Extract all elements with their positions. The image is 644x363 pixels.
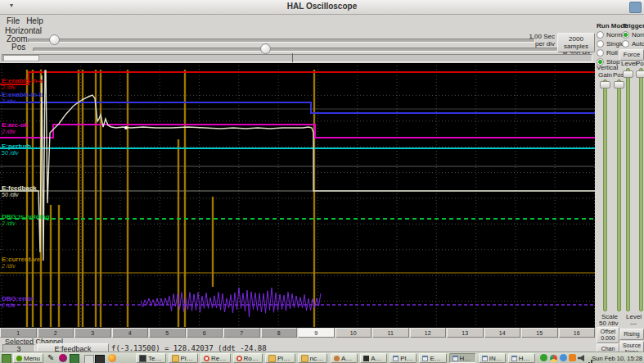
channel-tab-7[interactable]: 7 xyxy=(223,328,260,338)
taskbar-window-label: Pictures xyxy=(277,355,292,362)
desktop: ▾ HAL Oscilloscope File Help Horizontal … xyxy=(0,0,644,363)
taskbar-window-label: A120 80... xyxy=(371,355,384,362)
channel-name: E:arc-ok xyxy=(2,121,28,129)
launcher-icon-3[interactable] xyxy=(84,355,94,363)
radio-label: Roll xyxy=(606,49,618,57)
taskbar-window-label: HAL Co... xyxy=(519,355,532,362)
channel-tab-16[interactable]: 16 xyxy=(559,328,596,338)
channel-tab-13[interactable]: 13 xyxy=(447,328,484,338)
browser-icon xyxy=(204,356,209,361)
channel-tab-8[interactable]: 8 xyxy=(261,328,298,338)
channel-scale: 2 /div xyxy=(2,129,28,135)
taskbar-window-a120-80-[interactable]: A120 80... xyxy=(331,353,358,363)
taskbar-window-label: Rods "S... xyxy=(244,355,260,362)
taskbar-window-group-1: TerminalPicturesReply- ...Rods "S...Pict… xyxy=(136,353,327,363)
vertical-gain-slider[interactable] xyxy=(603,79,607,311)
channel-tab-3[interactable]: 3 xyxy=(74,328,111,338)
vertical-pos-slider-handle[interactable] xyxy=(614,81,624,88)
channel-tab-2[interactable]: 2 xyxy=(38,328,74,338)
vertical-label: Vertical xyxy=(597,64,618,71)
trigger-pos-slider[interactable] xyxy=(639,68,643,311)
samples-button[interactable]: 2000 samples at 200 Hz xyxy=(557,33,595,52)
taskbar-window-label: Terminal xyxy=(148,355,163,362)
channel-tab-5[interactable]: 5 xyxy=(149,328,186,338)
edge-button[interactable]: Rising xyxy=(619,329,644,340)
launcher-icon-4[interactable] xyxy=(95,355,105,363)
menu-help[interactable]: Help xyxy=(23,16,47,25)
channel-tab-9[interactable]: 9 xyxy=(298,328,335,338)
channel-scale: 2 /div xyxy=(2,84,43,91)
channel-tab-4[interactable]: 4 xyxy=(112,328,149,338)
vertical-pos-slider[interactable] xyxy=(617,79,621,311)
taskbar-window-pid-tune[interactable]: PID TUNE xyxy=(390,353,417,363)
channel-tab-14[interactable]: 14 xyxy=(484,328,521,338)
browser-icon xyxy=(236,356,242,361)
waveform-canvas xyxy=(0,63,595,328)
channel-name: E:feedback xyxy=(2,184,37,192)
offset-label: Offset xyxy=(601,329,616,334)
pos-slider[interactable] xyxy=(33,48,565,52)
channel-name: E:enable-in-a xyxy=(2,77,43,84)
taskbar-window-pictures[interactable]: Pictures xyxy=(265,353,295,363)
taskbar-window-pictures[interactable]: Pictures xyxy=(169,353,199,363)
menu-button[interactable]: Menu xyxy=(13,353,43,363)
trigger-pos-slider-handle[interactable] xyxy=(636,70,644,78)
channel-scale: 2 /div xyxy=(2,220,50,227)
taskbar-window-nc-files[interactable]: nc_files xyxy=(298,353,328,363)
window-title: HAL Oscilloscope xyxy=(0,2,644,11)
tray-app-icon-blue[interactable] xyxy=(560,354,567,361)
channel-label-3: E:arc-ok2 /div xyxy=(2,122,28,135)
channel-label-2: E:enable-in-b2 /div xyxy=(2,92,43,105)
taskbar-window-experim-[interactable]: Experim... xyxy=(419,353,446,363)
tray-app-icon-green[interactable] xyxy=(540,354,547,361)
channel-tab-12[interactable]: 12 xyxy=(410,328,447,338)
taskbar-window-rods-s-[interactable]: Rods "S... xyxy=(233,353,263,363)
overview-scrollbar-thumb[interactable] xyxy=(3,55,39,61)
browser-launcher-icon[interactable] xyxy=(108,354,116,362)
clock[interactable]: Sun Feb 10, 15:28 xyxy=(592,355,642,362)
trigger-level-slider-handle[interactable] xyxy=(623,70,633,78)
overview-scrollbar[interactable] xyxy=(2,54,592,62)
launcher-icon-1[interactable] xyxy=(59,354,67,362)
channel-tab-11[interactable]: 11 xyxy=(372,328,409,338)
zoom-slider[interactable] xyxy=(28,39,535,43)
channel-label-6: DBG:is-holding2 /div xyxy=(2,214,50,227)
volume-icon[interactable] xyxy=(578,355,584,361)
offset-value: 0.000 xyxy=(601,335,615,341)
window-icon xyxy=(422,356,428,361)
taskbar-window-hal-co-[interactable]: HAL Co... xyxy=(508,353,535,363)
trigger-level-slider[interactable] xyxy=(626,68,630,311)
channel-tab-bar: 12345678910111213141516 xyxy=(0,328,595,338)
launcher-icon-2[interactable] xyxy=(70,354,79,363)
vertical-gain-slider-handle[interactable] xyxy=(600,81,610,88)
scope-display[interactable]: E:enable-in-a2 /divE:enable-in-b2 /divE:… xyxy=(0,63,595,328)
folder-icon xyxy=(172,355,179,362)
channel-scale: 2 /div xyxy=(2,263,42,270)
zoom-slider-handle[interactable] xyxy=(49,34,60,45)
taskbar-window-reply-[interactable]: Reply- ... xyxy=(200,353,231,363)
offset-button[interactable]: Offset 0.000 xyxy=(597,327,619,343)
screenshot-tool-icon[interactable]: ✎ xyxy=(47,353,54,362)
workspace-switcher[interactable] xyxy=(2,354,11,363)
trigger-option-auto[interactable]: Auto xyxy=(622,39,644,48)
window-icon xyxy=(511,356,517,361)
trigger-option-normal[interactable]: Normal xyxy=(622,30,644,39)
taskbar-window-ini-a-v[interactable]: INI A/V xyxy=(479,353,506,363)
scale-value: 50 /div xyxy=(599,320,619,327)
menu-file[interactable]: File xyxy=(3,16,23,25)
force-trigger-button[interactable]: Force xyxy=(619,49,644,61)
timebase-value: 1.00 Sec xyxy=(529,33,555,40)
channel-tab-1[interactable]: 1 xyxy=(0,328,37,338)
channel-tab-15[interactable]: 15 xyxy=(521,328,558,338)
window-close-button[interactable] xyxy=(629,2,642,13)
taskbar-window-hal-osc-[interactable]: HAL Osc... xyxy=(449,353,476,363)
taskbar-window-terminal[interactable]: Terminal xyxy=(136,353,166,363)
channel-tab-10[interactable]: 10 xyxy=(336,328,372,338)
channel-tab-6[interactable]: 6 xyxy=(187,328,223,338)
channel-name: E:current-vel xyxy=(2,256,42,263)
channel-label-8: DBG:error2 /div xyxy=(2,296,34,309)
taskbar-window-a120-80-[interactable]: A120 80... xyxy=(360,353,387,363)
tray-browser-icon[interactable] xyxy=(549,354,558,363)
pos-slider-handle[interactable] xyxy=(260,43,271,54)
tray-app-icon-orange[interactable] xyxy=(569,354,576,361)
